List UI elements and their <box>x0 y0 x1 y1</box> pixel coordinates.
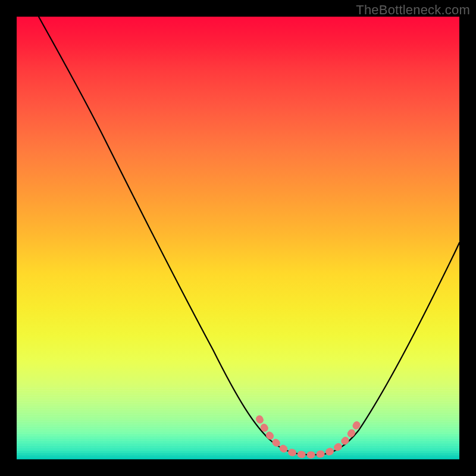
plot-area <box>17 17 459 459</box>
watermark-text: TheBottleneck.com <box>356 2 470 18</box>
bottleneck-curve <box>39 17 459 455</box>
curve-layer <box>17 17 459 459</box>
chart-frame: TheBottleneck.com <box>0 0 476 476</box>
optimal-range-marker <box>259 419 360 455</box>
